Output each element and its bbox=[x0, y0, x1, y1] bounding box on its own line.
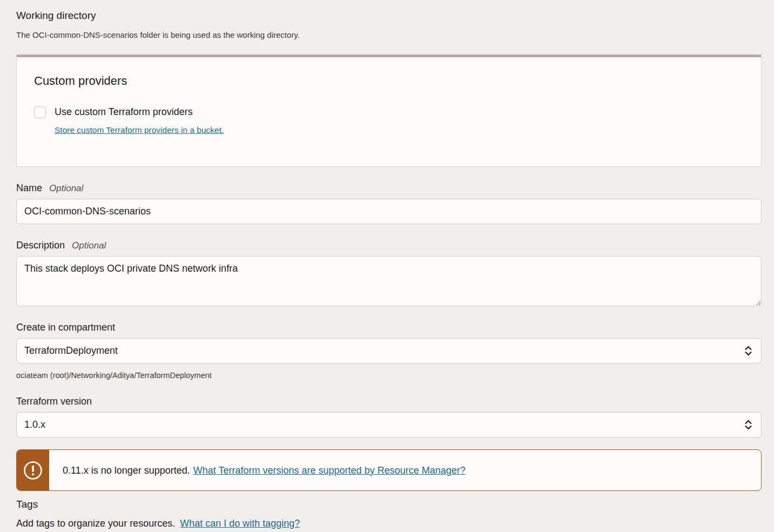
terraform-version-label-row: Terraform version bbox=[16, 396, 762, 407]
custom-providers-card: Custom providers Use custom Terraform pr… bbox=[16, 55, 762, 167]
tags-description: Add tags to organize your resources. bbox=[16, 518, 175, 529]
compartment-label-row: Create in compartment bbox=[16, 322, 762, 333]
use-custom-providers-label[interactable]: Use custom Terraform providers bbox=[55, 106, 193, 118]
warning-icon-block bbox=[17, 450, 49, 490]
terraform-version-warning-banner: 0.11.x is no longer supported. What Terr… bbox=[16, 449, 762, 491]
compartment-field: Create in compartment TerraformDeploymen… bbox=[16, 322, 762, 380]
name-optional-tag: Optional bbox=[49, 183, 83, 194]
description-label-row: Description Optional bbox=[16, 240, 762, 251]
working-directory-description: The OCI-common-DNS-scenarios folder is b… bbox=[16, 30, 762, 40]
description-optional-tag: Optional bbox=[72, 240, 106, 251]
tags-section-title: Tags bbox=[16, 498, 762, 511]
supported-terraform-versions-link[interactable]: What Terraform versions are supported by… bbox=[193, 464, 466, 477]
name-field: Name Optional bbox=[16, 183, 762, 224]
terraform-version-label: Terraform version bbox=[16, 396, 92, 407]
name-label-row: Name Optional bbox=[16, 183, 762, 194]
tags-description-row: Add tags to organize your resources. Wha… bbox=[16, 517, 762, 530]
alert-circle-icon bbox=[23, 460, 43, 481]
page-title: Working directory bbox=[16, 9, 762, 22]
custom-providers-title: Custom providers bbox=[34, 73, 744, 89]
terraform-version-select[interactable]: 1.0.x bbox=[16, 412, 762, 437]
compartment-select-value: TerraformDeployment bbox=[24, 345, 118, 356]
use-custom-providers-checkbox[interactable] bbox=[34, 106, 46, 118]
chevron-up-down-icon bbox=[744, 419, 752, 430]
tagging-help-link[interactable]: What can I do with tagging? bbox=[180, 518, 300, 529]
warning-text: 0.11.x is no longer supported. bbox=[63, 464, 190, 477]
stack-details-form: Working directory The OCI-common-DNS-sce… bbox=[0, 0, 774, 530]
chevron-up-down-icon bbox=[744, 345, 752, 356]
name-input[interactable] bbox=[16, 199, 762, 224]
warning-message: 0.11.x is no longer supported. What Terr… bbox=[49, 450, 466, 490]
description-label: Description bbox=[16, 240, 65, 251]
name-label: Name bbox=[16, 183, 42, 194]
compartment-path-helper: ociateam (root)/Networking/Aditya/Terraf… bbox=[16, 371, 762, 380]
compartment-label: Create in compartment bbox=[16, 322, 115, 333]
terraform-version-field: Terraform version 1.0.x bbox=[16, 396, 762, 437]
description-field: Description Optional This stack deploys … bbox=[16, 240, 762, 306]
use-custom-providers-row: Use custom Terraform providers bbox=[34, 106, 744, 118]
store-providers-in-bucket-link[interactable]: Store custom Terraform providers in a bu… bbox=[55, 125, 224, 135]
compartment-select[interactable]: TerraformDeployment bbox=[16, 338, 762, 363]
terraform-version-select-value: 1.0.x bbox=[24, 419, 45, 430]
description-textarea[interactable]: This stack deploys OCI private DNS netwo… bbox=[16, 256, 762, 306]
